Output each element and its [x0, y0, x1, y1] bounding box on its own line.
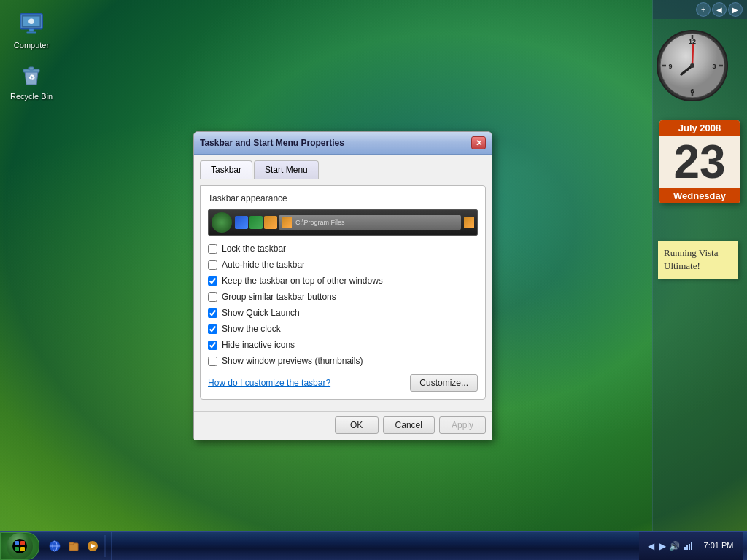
taskbar: ◀ ▶ 🔊 7:01 PM	[0, 531, 747, 560]
svg-point-23	[12, 539, 27, 553]
svg-text:6: 6	[690, 88, 694, 95]
checkbox-row-quicklaunch: Show Quick Launch	[208, 307, 478, 319]
sticky-note-text: Running Vista Ultimate!	[664, 247, 718, 271]
dialog-close-button[interactable]: ✕	[471, 136, 486, 149]
checkbox-clock[interactable]	[208, 324, 217, 334]
quicklaunch-divider	[104, 535, 106, 557]
customize-row: How do I customize the tasbar? Customize…	[208, 374, 478, 392]
dialog-body: Taskbar Start Menu Taskbar appearance	[194, 155, 492, 411]
svg-rect-37	[689, 544, 690, 550]
preview-explorer-icon	[249, 216, 263, 229]
preview-folder-icon	[282, 217, 292, 228]
dialog-title: Taskbar and Start Menu Properties	[200, 138, 344, 148]
checkbox-row-group: Group similar taskbar buttons	[208, 291, 478, 303]
svg-rect-24	[15, 541, 19, 545]
calendar-month-year: July 2008	[659, 120, 740, 136]
dialog-buttons-area: OK Cancel Apply	[194, 411, 492, 440]
dialog-tabs: Taskbar Start Menu	[200, 160, 486, 179]
gadget-sidebar: + ◀ ▶	[652, 0, 747, 531]
svg-rect-32	[69, 542, 74, 545]
sticky-note: Running Vista Ultimate!	[658, 241, 738, 279]
taskbar-preview: C:\Program Files	[208, 209, 478, 236]
tab-taskbar[interactable]: Taskbar	[200, 160, 252, 179]
svg-rect-38	[691, 542, 692, 550]
checkbox-row-inactive: Hide inactive icons	[208, 339, 478, 351]
checkbox-inactive-label: Hide inactive icons	[222, 340, 295, 350]
svg-rect-5	[26, 32, 36, 34]
dialog-action-buttons: OK Cancel Apply	[335, 416, 486, 434]
taskbar-properties-dialog: Taskbar and Start Menu Properties ✕ Task…	[193, 131, 492, 440]
checkbox-group[interactable]	[208, 292, 217, 302]
svg-rect-35	[684, 547, 686, 550]
start-button[interactable]	[0, 532, 39, 560]
checkbox-ontop-label: Keep the taskbar on top of other windows	[222, 276, 383, 286]
tray-volume-icon[interactable]: 🔊	[668, 540, 680, 552]
show-desktop-button[interactable]	[743, 532, 747, 560]
preview-start-orb	[212, 212, 232, 233]
tab-content-taskbar: Taskbar appearance C:\Program Files	[200, 185, 486, 400]
svg-point-6	[28, 18, 34, 24]
checkbox-lock-label: Lock the taskbar	[222, 244, 286, 254]
svg-text:12: 12	[689, 38, 696, 45]
svg-text:3: 3	[712, 63, 716, 70]
customize-button[interactable]: Customize...	[410, 374, 478, 392]
sidebar-nav-prev[interactable]: ◀	[712, 2, 727, 17]
help-link[interactable]: How do I customize the tasbar?	[208, 378, 330, 388]
desktop-icon-recycle-bin[interactable]: ♻ Recycle Bin	[6, 58, 57, 104]
checkbox-previews[interactable]	[208, 357, 217, 366]
preview-path-text: C:\Program Files	[294, 219, 458, 226]
checkbox-quicklaunch[interactable]	[208, 308, 217, 318]
quicklaunch-ie[interactable]	[46, 537, 63, 555]
dialog-titlebar: Taskbar and Start Menu Properties ✕	[194, 132, 492, 155]
taskbar-clock[interactable]: 7:01 PM	[700, 540, 737, 551]
svg-text:9: 9	[668, 63, 672, 70]
checkbox-autohide[interactable]	[208, 260, 217, 270]
preview-quick-launch	[235, 216, 277, 229]
svg-line-21	[692, 45, 693, 66]
checkbox-autohide-label: Auto-hide the taskbar	[222, 260, 305, 270]
preview-media-icon	[264, 216, 277, 229]
preview-address-bar: C:\Program Files	[279, 215, 461, 230]
checkbox-row-ontop: Keep the taskbar on top of other windows	[208, 275, 478, 287]
checkbox-previews-label: Show window previews (thumbnails)	[222, 356, 363, 366]
checkbox-row-autohide: Auto-hide the taskbar	[208, 259, 478, 271]
tray-nav-right[interactable]: ▶	[657, 540, 668, 552]
sidebar-nav-next[interactable]: ▶	[728, 2, 743, 17]
system-tray: ◀ ▶ 🔊 7:01 PM	[639, 532, 743, 560]
checkbox-row-clock: Show the clock	[208, 323, 478, 335]
computer-icon	[17, 10, 46, 39]
calendar-day-number: 23	[659, 136, 740, 188]
sidebar-add-btn[interactable]: +	[696, 2, 711, 17]
tab-start-menu[interactable]: Start Menu	[254, 160, 319, 179]
checkbox-clock-label: Show the clock	[222, 324, 281, 334]
computer-label: Computer	[9, 41, 54, 50]
svg-text:♻: ♻	[28, 74, 35, 82]
preview-end-icon	[464, 217, 474, 228]
checkboxes-container: Lock the taskbar Auto-hide the taskbar K…	[208, 243, 478, 367]
preview-ie-icon	[235, 216, 248, 229]
svg-rect-27	[20, 547, 25, 551]
checkbox-lock[interactable]	[208, 244, 217, 254]
desktop-icon-computer[interactable]: Computer	[6, 7, 57, 52]
checkbox-ontop[interactable]	[208, 276, 217, 286]
apply-button[interactable]: Apply	[439, 416, 486, 434]
calendar-widget: July 2008 23 Wednesday	[659, 120, 740, 203]
checkbox-quicklaunch-label: Show Quick Launch	[222, 308, 300, 318]
cancel-button[interactable]: Cancel	[383, 416, 435, 434]
svg-rect-8	[29, 67, 34, 70]
desktop: Computer ♻ Recycle Bin + ◀ ▶	[0, 0, 747, 560]
clock-face: 12 3 6 9	[656, 29, 729, 102]
tray-nav-left[interactable]: ◀	[645, 540, 657, 552]
recycle-bin-icon: ♻	[17, 61, 46, 90]
quicklaunch-explorer[interactable]	[65, 537, 82, 555]
tray-network-icon[interactable]	[683, 540, 694, 552]
quicklaunch-media[interactable]	[84, 537, 101, 555]
checkbox-inactive[interactable]	[208, 341, 217, 350]
svg-rect-36	[686, 545, 688, 550]
quick-launch-bar	[42, 532, 112, 560]
svg-rect-26	[15, 547, 19, 551]
checkbox-row-lock: Lock the taskbar	[208, 243, 478, 254]
ok-button[interactable]: OK	[335, 416, 379, 434]
calendar-day-name: Wednesday	[659, 188, 740, 203]
tray-icons: 🔊	[668, 540, 694, 552]
